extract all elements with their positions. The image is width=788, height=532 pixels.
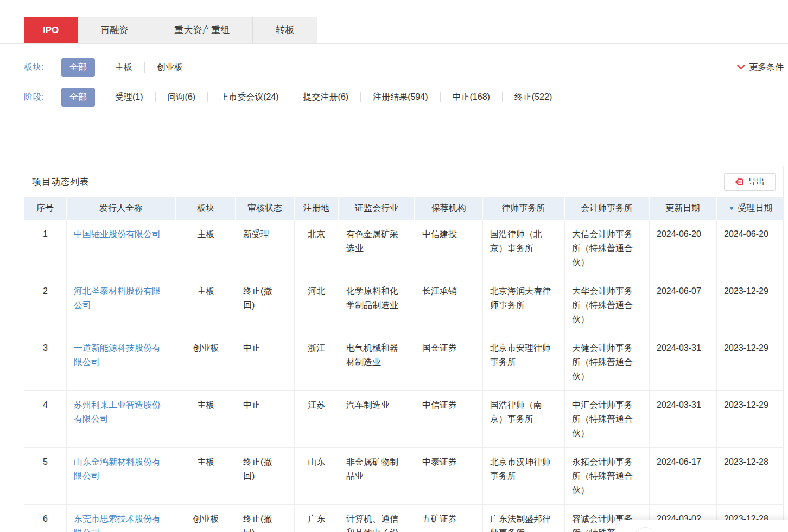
option-divider [195,62,195,73]
column-header-受理日期[interactable]: ▼受理日期 [717,197,784,220]
header-row: 序号发行人全称板块审核状态注册地证监会行业保荐机构律师事务所会计师事务所更新日期… [24,197,784,220]
stage-options: 全部受理(1)问询(6)上市委会议(24)提交注册(6)注册结果(594)中止(… [61,88,564,107]
filter-option-全部[interactable]: 全部 [61,58,95,77]
cell-审核状态: 中止 [236,334,295,391]
export-button[interactable]: 导出 [724,173,776,191]
cell-证监会行业: 非金属矿物制品业 [339,448,415,505]
cell-更新日期: 2024-03-31 [650,391,717,448]
cell-注册地: 北京 [295,220,339,277]
tab-重大资产重组[interactable]: 重大资产重组 [151,17,253,43]
more-conditions-label: 更多条件 [749,62,784,73]
export-label: 导出 [748,177,765,187]
column-header-label: 注册地 [303,203,329,213]
cell-更新日期: 2024-06-07 [650,277,717,334]
chevron-down-icon [737,65,745,70]
cell-律师事务所: 国浩律师（南京）事务所 [483,391,565,448]
filter-label-board: 板块: [24,62,61,73]
cell-板块: 主板 [176,391,236,448]
cell-注册地: 江苏 [295,391,339,448]
cell-注册地: 浙江 [295,334,339,391]
column-header-label: 受理日期 [738,203,772,213]
cell-板块: 主板 [176,448,236,505]
issuer-link[interactable]: 河北圣泰材料股份有限公司 [74,286,161,310]
filter-option-问询(6)[interactable]: 问询(6) [156,92,208,103]
cell-审核状态: 终止(撤回) [236,505,295,532]
filter-option-中止(168)[interactable]: 中止(168) [441,92,502,103]
column-header-审核状态: 审核状态 [236,197,295,220]
cell-发行人全称: 河北圣泰材料股份有限公司 [67,277,176,334]
filter-option-终止(522)[interactable]: 终止(522) [503,92,564,103]
cell-保荐机构: 长江承销 [415,277,483,334]
issuer-link[interactable]: 东莞市思索技术股份有限公司 [74,514,161,532]
cell-序号: 2 [24,277,67,334]
column-header-更新日期[interactable]: 更新日期 [650,197,717,220]
filter-option-受理(1)[interactable]: 受理(1) [103,92,155,103]
column-header-label: 会计师事务所 [581,203,633,213]
cell-板块: 创业板 [176,505,236,532]
section-divider [24,131,784,131]
cell-会计师事务所: 大华会计师事务所（特殊普通合伙） [565,277,650,334]
cell-审核状态: 终止(撤回) [236,277,295,334]
cell-律师事务所: 广东法制盛邦律师事务所 [483,505,565,532]
filter-option-上市委会议(24)[interactable]: 上市委会议(24) [208,92,290,103]
cell-受理日期: 2023-12-29 [717,277,784,334]
cell-发行人全称: 苏州利来工业智造股份有限公司 [67,391,176,448]
filter-row-stage: 阶段: 全部受理(1)问询(6)上市委会议(24)提交注册(6)注册结果(594… [24,87,784,107]
cell-板块: 主板 [176,220,236,277]
column-header-律师事务所: 律师事务所 [483,197,565,220]
filter-row-board: 板块: 全部主板创业板 更多条件 [24,57,784,77]
cell-序号: 6 [24,505,67,532]
filter-option-提交注册(6)[interactable]: 提交注册(6) [291,92,361,103]
column-header-序号: 序号 [24,197,67,220]
cell-保荐机构: 中泰证券 [415,448,483,505]
table-row: 1中国铀业股份有限公司主板新受理北京有色金属矿采选业中信建投国浩律师（北京）事务… [24,220,784,277]
tab-再融资[interactable]: 再融资 [78,17,151,43]
panel-header: 项目动态列表 导出 [24,166,783,197]
issuer-link[interactable]: 山东金鸿新材料股份有限公司 [74,457,161,480]
tab-转板[interactable]: 转板 [253,17,317,43]
cell-更新日期: 2024-06-20 [650,220,717,277]
filter-option-注册结果(594)[interactable]: 注册结果(594) [361,92,440,103]
cell-保荐机构: 中信证券 [415,391,483,448]
cell-更新日期: 2024-06-17 [650,448,717,505]
issuer-link[interactable]: 一道新能源科技股份有限公司 [74,343,161,367]
cell-审核状态: 终止(撤回) [236,448,295,505]
cell-注册地: 广东 [295,505,339,532]
table-head: 序号发行人全称板块审核状态注册地证监会行业保荐机构律师事务所会计师事务所更新日期… [24,197,784,220]
board-options: 全部主板创业板 [61,58,195,77]
cell-板块: 创业板 [176,334,236,391]
column-header-注册地: 注册地 [295,197,339,220]
column-header-label: 律师事务所 [502,203,545,213]
tab-IPO[interactable]: IPO [24,17,78,43]
more-conditions-button[interactable]: 更多条件 [737,62,784,73]
cell-保荐机构: 五矿证券 [415,505,483,532]
filter-option-创业板[interactable]: 创业板 [145,62,195,73]
cell-发行人全称: 东莞市思索技术股份有限公司 [67,505,176,532]
cell-证监会行业: 计算机、通信和其他电子设备制造业 [339,505,415,532]
cell-证监会行业: 化学原料和化学制品制造业 [339,277,415,334]
column-header-发行人全称: 发行人全称 [67,197,176,220]
cell-会计师事务所: 永拓会计师事务所（特殊普通合伙） [565,448,650,505]
column-header-label: 保荐机构 [431,203,466,213]
cell-序号: 3 [24,334,67,391]
cell-注册地: 河北 [295,277,339,334]
cell-受理日期: 2023-12-29 [717,391,784,448]
cell-会计师事务所: 大信会计师事务所（特殊普通合伙） [565,220,650,277]
widget-ring-icon [633,527,657,532]
export-icon [735,177,744,187]
filter-option-全部[interactable]: 全部 [61,88,95,107]
filter-option-主板[interactable]: 主板 [103,62,144,73]
issuer-link[interactable]: 苏州利来工业智造股份有限公司 [74,400,161,424]
column-header-label: 板块 [197,203,214,213]
floating-widget-card[interactable] [616,520,788,532]
column-header-会计师事务所: 会计师事务所 [565,197,650,220]
cell-会计师事务所: 天健会计师事务所（特殊普通合伙） [565,334,650,391]
cell-注册地: 山东 [295,448,339,505]
cell-律师事务所: 北京海润天睿律师事务所 [483,277,565,334]
tab-strip: IPO再融资重大资产重组转板 [24,17,788,43]
cell-发行人全称: 一道新能源科技股份有限公司 [67,334,176,391]
column-header-label: 序号 [36,203,54,213]
cell-序号: 5 [24,448,67,505]
cell-受理日期: 2023-12-28 [717,448,784,505]
issuer-link[interactable]: 中国铀业股份有限公司 [74,229,161,239]
